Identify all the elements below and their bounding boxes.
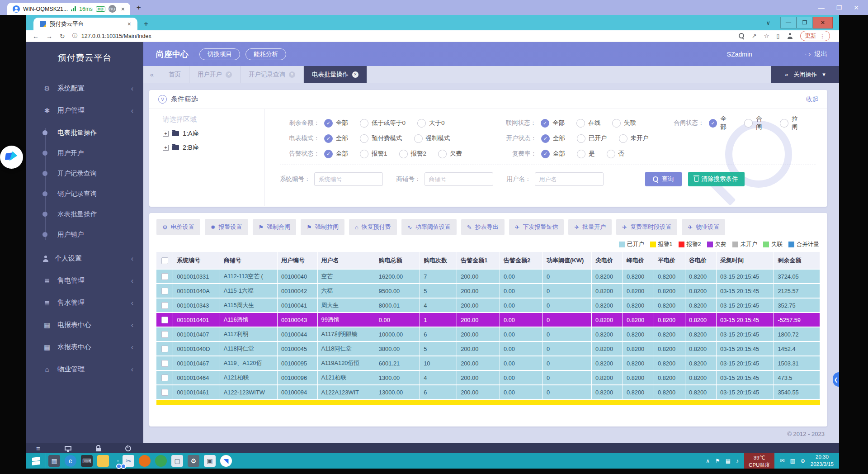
radio-checked-icon[interactable]: ✓	[541, 119, 549, 128]
radio-icon[interactable]	[780, 119, 788, 128]
tab-item[interactable]: 开户记录查询×	[241, 66, 304, 83]
radio-checked-icon[interactable]: ✓	[324, 150, 333, 158]
toolbar-button[interactable]: ✹报警设置	[205, 219, 248, 235]
table-row[interactable]: 001001040DA118同仁堂00100045A118同仁堂3800.005…	[156, 341, 820, 356]
sidebar-item[interactable]: ✱用户管理‹	[26, 100, 143, 122]
settings-gear-icon[interactable]: ⚙	[187, 454, 200, 468]
firefox-icon[interactable]	[138, 454, 151, 468]
table-row[interactable]: 0010010343A115周大生00100041周大生8000.014200.…	[156, 298, 820, 313]
radio-option[interactable]: 是	[577, 150, 595, 158]
switch-project-button[interactable]: 切换项目	[199, 48, 240, 60]
sidebar-item[interactable]: ⌂物业管理‹	[26, 358, 143, 380]
tray-icon[interactable]: ✉	[780, 458, 784, 464]
sidebar-item[interactable]: ▦水报表中心‹	[26, 336, 143, 358]
radio-icon[interactable]	[577, 150, 585, 158]
radio-option[interactable]: ✓全部	[709, 115, 733, 131]
scroll-tabs-right-icon[interactable]: »	[785, 71, 788, 78]
new-session-button[interactable]: +	[137, 3, 141, 12]
toolbar-button[interactable]: ⚑强制合闸	[253, 219, 297, 235]
lock-icon[interactable]	[96, 446, 101, 451]
radio-icon[interactable]	[360, 134, 368, 143]
table-row[interactable]: 0010010464A121柏联00100096A121柏联1300.00420…	[156, 370, 820, 385]
tray-icon[interactable]: ⚑	[715, 458, 720, 464]
tray-icon[interactable]: ∧	[706, 458, 710, 464]
radio-option[interactable]: 强制模式	[414, 134, 450, 143]
terminal-icon[interactable]: ⌨	[80, 454, 94, 468]
close-tab-icon[interactable]: ×	[226, 71, 232, 78]
zoom-icon[interactable]	[739, 33, 745, 39]
radio-option[interactable]: 拉闸	[780, 115, 804, 131]
folder-icon[interactable]	[96, 454, 110, 468]
radio-checked-icon[interactable]: ✓	[709, 119, 717, 128]
table-row[interactable]: 001001040AA115-1六福00100042六福9500.005200.…	[156, 284, 820, 298]
close-tab-icon[interactable]: ×	[127, 20, 131, 28]
row-checkbox[interactable]	[161, 374, 168, 381]
toolbar-button[interactable]: ✎抄表导出	[461, 219, 505, 235]
logout-button[interactable]: ⇨ 退出	[806, 50, 827, 58]
toolbar-button[interactable]: ✈物业设置	[682, 219, 725, 235]
radio-icon[interactable]	[607, 150, 615, 158]
chevron-down-icon[interactable]: ∨	[766, 19, 770, 26]
start-button[interactable]	[26, 453, 46, 469]
todesk-icon[interactable]: ◥	[219, 454, 233, 468]
scroll-tabs-left-icon[interactable]: «	[143, 66, 160, 83]
toolbar-button[interactable]: ✈复费率时段设置	[616, 219, 677, 235]
expand-icon[interactable]: +	[163, 145, 169, 151]
toolbar-button[interactable]: ⚑强制拉闸	[301, 219, 344, 235]
collapse-filter-link[interactable]: 收起	[806, 95, 818, 104]
close-window-icon[interactable]: ✕	[854, 4, 859, 11]
side-panel-icon[interactable]: ▯	[776, 33, 779, 39]
address-bar[interactable]: ⓘ 127.0.0.1:10315/Main/Index	[72, 32, 739, 40]
tray-icon[interactable]: ⊕	[801, 458, 805, 464]
shop-no-input[interactable]	[425, 172, 493, 186]
radio-icon[interactable]	[619, 134, 627, 143]
radio-option[interactable]: 未开户	[619, 134, 649, 143]
browser-restore-button[interactable]: ❐	[797, 17, 813, 28]
ie-browser-icon[interactable]: e	[64, 454, 77, 468]
toolbar-button[interactable]: ✈批量开户	[568, 219, 612, 235]
browser-tab[interactable]: 预付费云平台 ×	[33, 18, 137, 30]
radio-icon[interactable]	[612, 119, 621, 128]
close-tab-icon[interactable]: ×	[352, 71, 359, 78]
radio-option[interactable]: 否	[607, 150, 625, 158]
energy-analysis-button[interactable]: 能耗分析	[245, 48, 286, 60]
green-app-icon[interactable]	[154, 454, 168, 468]
radio-option[interactable]: ✓全部	[324, 150, 348, 158]
radio-checked-icon[interactable]: ✓	[541, 150, 550, 158]
tree-node[interactable]: +2:B座	[163, 143, 264, 152]
clear-search-button[interactable]: 清除搜索条件	[688, 172, 745, 186]
sidebar-subitem[interactable]: 用户开户	[26, 143, 143, 163]
restore-window-icon[interactable]: ❐	[836, 4, 842, 11]
sidebar-subitem[interactable]: 电表批量操作	[26, 123, 143, 143]
remote-session-tab[interactable]: WIN-OQMSK21... 16ms HD RU ×	[7, 3, 130, 15]
tray-icon[interactable]: ♪	[736, 458, 739, 464]
browser-minimize-button[interactable]: —	[780, 17, 797, 28]
power-icon[interactable]	[125, 446, 131, 451]
sidebar-subitem[interactable]: 水表批量操作	[26, 204, 143, 224]
expand-icon[interactable]: +	[163, 131, 169, 137]
sidebar-item[interactable]: ⚙系统配置‹	[26, 77, 143, 100]
radio-option[interactable]: 低于或等于0	[360, 119, 406, 128]
toolbar-button[interactable]: ⌂恢复预付费	[349, 219, 397, 235]
browser-close-button[interactable]: ✕	[813, 17, 833, 28]
share-icon[interactable]: ↗	[752, 33, 757, 39]
tree-node[interactable]: +1:A座	[163, 129, 264, 138]
cpu-temp-widget[interactable]: 39℃ CPU温度	[744, 453, 774, 469]
radio-icon[interactable]	[360, 150, 368, 158]
radio-icon[interactable]	[438, 150, 447, 158]
bookmark-star-icon[interactable]: ☆	[764, 33, 769, 39]
table-row[interactable]: 0010010401A116酒馆0010004399酒馆0.001200.000…	[156, 313, 820, 327]
select-all-checkbox[interactable]	[161, 257, 168, 264]
radio-option[interactable]: 报警1	[360, 150, 387, 158]
row-checkbox[interactable]	[161, 346, 168, 352]
browser-menu-icon[interactable]: ⋮	[820, 33, 826, 39]
radio-icon[interactable]	[360, 119, 368, 128]
profile-avatar-icon[interactable]	[787, 33, 793, 39]
tray-icon[interactable]: ▥	[790, 458, 795, 464]
tray-icon[interactable]: ▤	[726, 458, 731, 464]
toolbar-button[interactable]: ∿功率阈值设置	[401, 219, 457, 235]
radio-icon[interactable]	[576, 119, 585, 128]
sidebar-item[interactable]: ≣售电管理‹	[26, 270, 143, 292]
system-no-input[interactable]	[314, 172, 383, 186]
tab-active[interactable]: 电表批量操作×	[304, 66, 367, 83]
